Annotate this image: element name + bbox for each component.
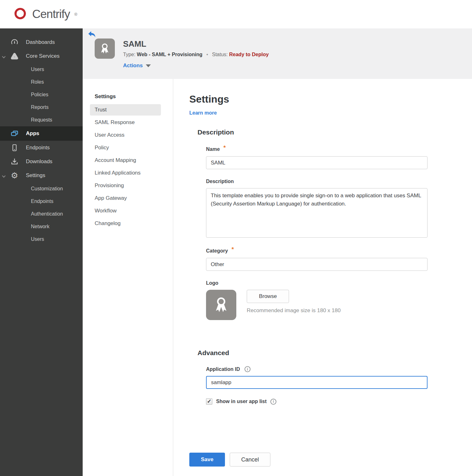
app-nav-header: Settings bbox=[95, 93, 173, 100]
sidebar-item-users[interactable]: Users bbox=[0, 63, 83, 76]
tab-app-gateway[interactable]: App Gateway bbox=[90, 193, 161, 204]
centrify-swirl-icon bbox=[12, 5, 28, 23]
gauge-icon bbox=[9, 38, 20, 46]
name-field-group: Name * bbox=[206, 146, 472, 169]
top-bar: Centrify ® bbox=[0, 0, 472, 28]
description-textarea[interactable]: This template enables you to provide sin… bbox=[206, 188, 428, 238]
sidebar-item-dashboards[interactable]: Dashboards bbox=[0, 35, 83, 49]
sidebar-item-settings[interactable]: ⚙ Settings bbox=[0, 169, 83, 182]
type-value: Web - SAML + Provisioning bbox=[137, 52, 203, 57]
sidebar-item-settings-endpoints[interactable]: Endpoints bbox=[0, 195, 83, 208]
info-icon[interactable] bbox=[245, 366, 251, 372]
app-title: SAML bbox=[123, 39, 269, 49]
application-id-input[interactable] bbox=[206, 376, 428, 389]
sidebar-item-settings-users[interactable]: Users bbox=[0, 233, 83, 246]
sidebar-item-roles[interactable]: Roles bbox=[0, 76, 83, 88]
sidebar-item-apps[interactable]: Apps bbox=[0, 126, 83, 141]
page-title: Settings bbox=[189, 93, 472, 105]
name-label: Name bbox=[206, 146, 220, 152]
required-asterisk: * bbox=[232, 246, 234, 253]
advanced-section: Advanced Application ID bbox=[198, 349, 472, 405]
sidebar-item-authentication[interactable]: Authentication bbox=[0, 208, 83, 220]
logo-field-group: Logo bbox=[206, 280, 472, 320]
back-arrow-icon[interactable] bbox=[88, 31, 96, 38]
logo-size-hint: Recommended image size is 180 x 180 bbox=[247, 307, 341, 314]
sidebar-item-core-services[interactable]: Core Services bbox=[0, 49, 83, 63]
tab-workflow[interactable]: Workflow bbox=[90, 205, 161, 217]
category-label: Category bbox=[206, 248, 228, 254]
meta-separator: • bbox=[206, 52, 208, 57]
tab-provisioning[interactable]: Provisioning bbox=[90, 180, 161, 191]
logo-preview-award-ribbon-icon bbox=[206, 290, 236, 320]
content: SAML Type: Web - SAML + Provisioning • S… bbox=[83, 28, 472, 476]
browse-button[interactable]: Browse bbox=[247, 290, 289, 303]
stacked-windows-icon bbox=[9, 129, 20, 138]
status-label: Status: bbox=[212, 52, 228, 57]
gear-icon: ⚙ bbox=[9, 171, 20, 180]
settings-form: Settings Learn more Description Name * D… bbox=[173, 79, 472, 476]
tab-saml-response[interactable]: SAML Response bbox=[90, 117, 161, 128]
description-heading: Description bbox=[198, 128, 472, 136]
form-actions: Save Cancel bbox=[189, 453, 472, 467]
save-button[interactable]: Save bbox=[189, 453, 225, 467]
application-id-field-group: Application ID bbox=[206, 366, 472, 389]
chevron-down-icon bbox=[2, 55, 5, 58]
app-logo-award-ribbon-icon bbox=[95, 39, 115, 59]
nodes-triangle-icon bbox=[9, 52, 20, 60]
application-id-label: Application ID bbox=[206, 366, 240, 372]
learn-more-link[interactable]: Learn more bbox=[189, 110, 217, 116]
tab-policy[interactable]: Policy bbox=[90, 142, 161, 153]
smartphone-icon bbox=[9, 144, 20, 152]
category-input[interactable] bbox=[206, 258, 428, 271]
tab-changelog[interactable]: Changelog bbox=[90, 218, 161, 229]
sidebar-item-customization[interactable]: Customization bbox=[0, 182, 83, 195]
tab-trust[interactable]: Trust bbox=[90, 104, 161, 116]
advanced-heading: Advanced bbox=[198, 349, 472, 357]
show-in-user-app-list-group: Show in user app list bbox=[206, 398, 472, 405]
description-label: Description bbox=[206, 179, 234, 184]
sidebar-group-core-services: Users Roles Policies Reports Requests bbox=[0, 63, 83, 126]
sidebar-group-settings: Customization Endpoints Authentication N… bbox=[0, 182, 83, 246]
cancel-button[interactable]: Cancel bbox=[230, 453, 270, 467]
sidebar-item-requests[interactable]: Requests bbox=[0, 114, 83, 126]
brand-registered-mark: ® bbox=[74, 12, 77, 17]
description-section: Description Name * Description This temp… bbox=[198, 128, 472, 320]
required-asterisk: * bbox=[223, 144, 226, 151]
type-label: Type: bbox=[123, 52, 135, 57]
chevron-down-icon bbox=[2, 174, 5, 177]
info-icon[interactable] bbox=[270, 399, 276, 405]
brand-logo: Centrify ® bbox=[12, 5, 77, 23]
download-icon bbox=[9, 158, 20, 166]
tab-account-mapping[interactable]: Account Mapping bbox=[90, 155, 161, 166]
category-field-group: Category * bbox=[206, 247, 472, 271]
sidebar-item-endpoints[interactable]: Endpoints bbox=[0, 141, 83, 155]
actions-dropdown[interactable]: Actions bbox=[123, 62, 151, 69]
tab-linked-applications[interactable]: Linked Applications bbox=[90, 167, 161, 179]
status-value: Ready to Deploy bbox=[229, 52, 268, 57]
app-settings-nav: Settings Trust SAML Response User Access… bbox=[83, 79, 173, 476]
brand-name: Centrify bbox=[32, 8, 70, 21]
page: Centrify ® Dashboards bbox=[0, 0, 472, 476]
description-field-group: Description This template enables you to… bbox=[206, 179, 472, 238]
sidebar-item-network[interactable]: Network bbox=[0, 220, 83, 233]
sidebar-item-reports[interactable]: Reports bbox=[0, 101, 83, 114]
logo-label: Logo bbox=[206, 280, 218, 286]
app-header: SAML Type: Web - SAML + Provisioning • S… bbox=[83, 28, 472, 79]
sidebar-item-downloads[interactable]: Downloads bbox=[0, 155, 83, 169]
caret-down-icon bbox=[146, 64, 151, 67]
show-in-user-app-list-label: Show in user app list bbox=[216, 399, 267, 404]
sidebar: Dashboards Core Services Users Roles Pol… bbox=[0, 28, 83, 476]
tab-user-access[interactable]: User Access bbox=[90, 129, 161, 141]
app-meta: Type: Web - SAML + Provisioning • Status… bbox=[123, 52, 269, 57]
show-in-user-app-list-checkbox[interactable] bbox=[206, 398, 212, 405]
name-input[interactable] bbox=[206, 156, 428, 169]
actions-label: Actions bbox=[123, 62, 143, 69]
sidebar-item-policies[interactable]: Policies bbox=[0, 88, 83, 101]
